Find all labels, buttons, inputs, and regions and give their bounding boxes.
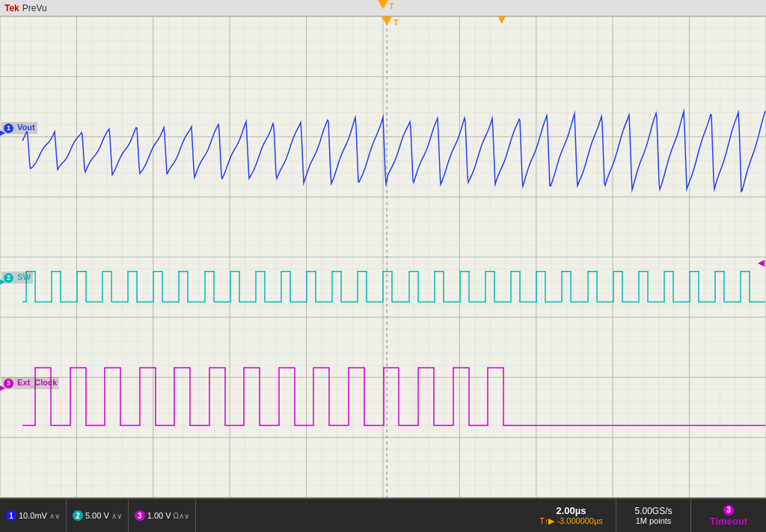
trigger-ch-number: 3 <box>723 505 734 516</box>
ch2-name: SW <box>17 272 31 281</box>
timeout-info: 3 Timeout <box>691 499 766 532</box>
ch2-number: 2 <box>73 510 83 521</box>
ch3-label: 3 Ext_Clock <box>1 377 59 389</box>
ch1-name: Vout <box>17 123 35 132</box>
ch3-info: 3 1.00 V Ω∧∨ <box>129 499 196 532</box>
sample-points: 1M points <box>636 516 672 525</box>
bottom-bar: 1 10.0mV ∧∨ 2 5.00 V ∧∨ 3 1.00 V Ω∧∨ 2.0… <box>0 498 766 532</box>
oscilloscope: Tek PreVu T 1 Vout ▶ 2 SW ▶ 3 Ext_Clock … <box>0 0 766 532</box>
ch3-coupling: Ω∧∨ <box>174 512 189 520</box>
trigger-level-arrow: ◀ <box>758 257 765 268</box>
ch2-coupling: ∧∨ <box>111 512 122 520</box>
trigger-arrow-label: T↑▶ <box>539 516 557 525</box>
ch2-label: 2 SW <box>1 272 33 284</box>
ch2-info: 2 5.00 V ∧∨ <box>67 499 129 532</box>
prevu-label: PreVu <box>22 3 47 13</box>
trigger-indicator <box>378 0 388 9</box>
grid-canvas <box>0 16 766 498</box>
ch1-info: 1 10.0mV ∧∨ <box>0 499 67 532</box>
timebase-scale: 2.00µs <box>556 505 586 516</box>
ch2-arrow: ▶ <box>0 276 5 287</box>
timebase-info: 2.00µs T↑▶ -3.000000µs <box>527 499 616 532</box>
ch3-arrow: ▶ <box>0 382 5 393</box>
ch1-scale: 10.0mV <box>19 511 47 520</box>
ch3-name: Ext_Clock <box>17 378 57 387</box>
sample-info: 5.00GS/s 1M points <box>616 499 691 532</box>
top-bar: Tek PreVu T <box>0 0 766 16</box>
timebase-offset: T↑▶ -3.000000µs <box>539 516 603 526</box>
screen-area: 1 Vout ▶ 2 SW ▶ 3 Ext_Clock ▶ ◀ <box>0 16 766 498</box>
trigger-channel-badge: 3 <box>723 505 734 516</box>
ch1-number: 1 <box>6 510 16 521</box>
ch2-scale: 5.00 V <box>85 511 109 520</box>
ch3-scale: 1.00 V <box>147 511 171 520</box>
ch1-coupling: ∧∨ <box>49 512 60 520</box>
sample-rate: 5.00GS/s <box>634 506 672 516</box>
ch3-number: 3 <box>135 510 145 521</box>
timeout-label: Timeout <box>710 516 747 527</box>
tek-logo: Tek <box>4 3 19 13</box>
trigger-t-label: T <box>389 1 394 10</box>
ch1-label: 1 Vout <box>1 122 37 134</box>
ch1-arrow: ▶ <box>0 127 5 138</box>
